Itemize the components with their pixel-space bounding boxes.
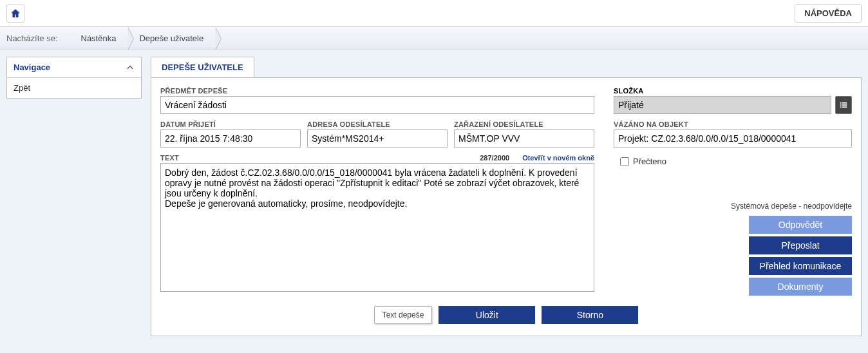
- home-button[interactable]: [6, 5, 24, 23]
- message-textarea[interactable]: [160, 163, 594, 292]
- tooltip-text-depese: Text depeše: [374, 306, 433, 324]
- breadcrumb-label: Nacházíte se:: [6, 33, 58, 43]
- label-sender-class: ZAŘAZENÍ ODESÍLATELE: [454, 120, 594, 128]
- topbar: NÁPOVĚDA: [0, 0, 868, 27]
- chevron-up-icon: [126, 63, 135, 72]
- help-button[interactable]: NÁPOVĚDA: [795, 4, 862, 23]
- label-text: TEXT: [160, 154, 179, 162]
- date-field[interactable]: [160, 129, 301, 148]
- cancel-button[interactable]: Storno: [542, 306, 638, 324]
- char-counter: 287/2000: [480, 154, 509, 162]
- home-icon: [10, 8, 21, 19]
- nav-back[interactable]: Zpět: [7, 78, 141, 98]
- reply-button[interactable]: Odpovědět: [749, 216, 852, 234]
- overview-button[interactable]: Přehled komunikace: [749, 257, 852, 275]
- bound-field[interactable]: [614, 129, 852, 148]
- sender-field[interactable]: [307, 129, 448, 148]
- folder-field[interactable]: [614, 96, 831, 114]
- list-icon: [839, 100, 848, 110]
- svg-rect-4: [840, 106, 842, 108]
- nav-title: Navigace: [14, 62, 50, 72]
- svg-rect-3: [842, 104, 847, 106]
- svg-rect-2: [840, 104, 842, 106]
- sidebar: Navigace Zpět: [6, 57, 142, 99]
- label-sender: ADRESA ODESÍLATELE: [307, 120, 448, 128]
- label-bound: VÁZÁNO NA OBJEKT: [614, 120, 852, 128]
- save-button[interactable]: Uložit: [439, 306, 535, 324]
- label-subject: PŘEDMĚT DEPEŠE: [160, 87, 594, 95]
- label-date: DATUM PŘIJETÍ: [160, 120, 301, 128]
- system-note: Systémová depeše - neodpovídejte: [731, 202, 852, 211]
- open-new-window-link[interactable]: Otevřít v novém okně: [522, 154, 594, 162]
- sender-class-field[interactable]: [454, 129, 594, 148]
- nav-toggle[interactable]: Navigace: [7, 57, 141, 78]
- tab-depese[interactable]: DEPEŠE UŽIVATELE: [151, 57, 254, 77]
- subject-field[interactable]: [160, 96, 594, 114]
- breadcrumb-item[interactable]: Nástěnka: [70, 27, 128, 50]
- svg-rect-5: [842, 106, 847, 108]
- label-folder: SLOŽKA: [614, 87, 852, 95]
- breadcrumb-item[interactable]: Depeše uživatele: [127, 27, 215, 50]
- forward-button[interactable]: Přeposlat: [749, 236, 852, 254]
- read-checkbox[interactable]: [620, 157, 629, 166]
- label-read: Přečteno: [633, 157, 666, 166]
- svg-rect-1: [842, 102, 847, 104]
- documents-button[interactable]: Dokumenty: [749, 278, 852, 296]
- folder-picker-button[interactable]: [835, 96, 852, 114]
- breadcrumb: Nacházíte se: Nástěnka Depeše uživatele: [0, 27, 868, 50]
- svg-rect-0: [840, 102, 842, 104]
- main-panel: PŘEDMĚT DEPEŠE DATUM PŘIJETÍ ADRESA ODES…: [151, 77, 862, 336]
